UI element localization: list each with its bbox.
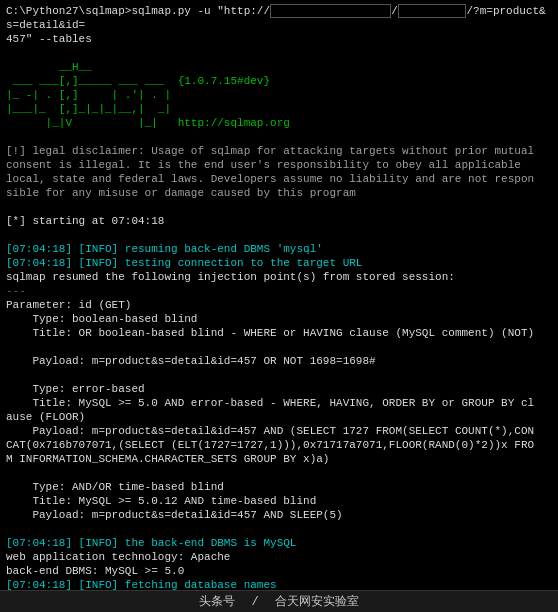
footer-separator: / [251, 595, 258, 609]
terminal-window: C:\Python27\sqlmap>sqlmap.py -u "http://… [0, 0, 558, 590]
footer-right: 合天网安实验室 [275, 593, 359, 610]
footer-bar: 头条号 / 合天网安实验室 [0, 590, 558, 612]
footer-left: 头条号 [199, 593, 235, 610]
